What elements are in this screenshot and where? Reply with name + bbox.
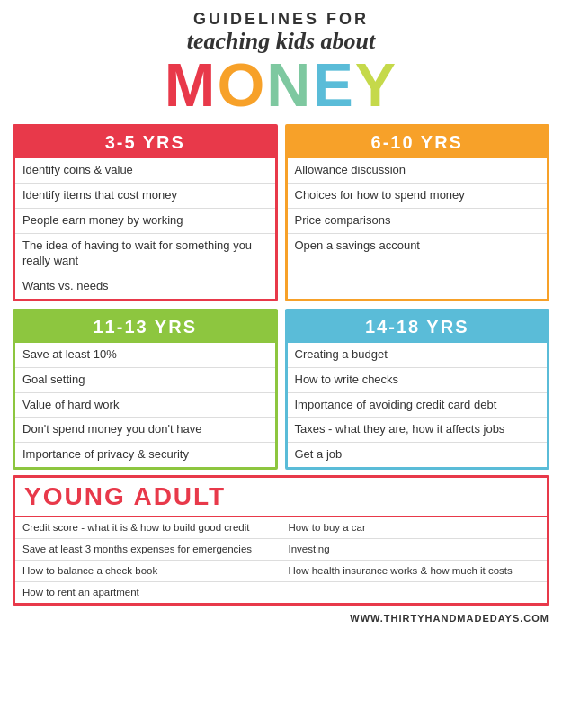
money-y: Y — [355, 50, 397, 119]
young-adult-body: Credit score - what it is & how to build… — [15, 516, 547, 603]
list-item: Save at least 10% — [15, 343, 275, 368]
section-14-18-items: Creating a budget How to write checks Im… — [288, 343, 548, 467]
section-6-10: 6-10 YRS Allowance discussion Choices fo… — [285, 124, 550, 301]
header-line1: GUIDELINES FOR — [13, 11, 549, 29]
list-item: Goal setting — [15, 368, 275, 393]
footer-url: www.thirtyhandmadedays.com — [350, 613, 549, 624]
header-money: MONEY — [13, 54, 549, 115]
list-item: How to buy a car — [281, 517, 548, 539]
list-item: Allowance discussion — [288, 158, 548, 184]
list-item: Taxes - what they are, how it affects jo… — [288, 418, 548, 443]
money-e: E — [312, 50, 354, 119]
section-14-18-header: 14-18 YRS — [288, 311, 548, 343]
list-item: Identify items that cost money — [15, 184, 275, 209]
section-3-5-header: 3-5 YRS — [15, 127, 275, 158]
list-item: How to write checks — [288, 368, 548, 393]
list-item: Don't spend money you don't have — [15, 418, 275, 443]
young-adult-col2: How to buy a car Investing How health in… — [281, 517, 548, 603]
list-item: Investing — [281, 539, 548, 561]
list-item: People earn money by working — [15, 209, 275, 234]
money-n: N — [266, 50, 312, 119]
header: GUIDELINES FOR teaching kids about MONEY — [13, 11, 549, 115]
list-item: Creating a budget — [288, 343, 548, 368]
section-11-13-items: Save at least 10% Goal setting Value of … — [15, 343, 275, 467]
list-item: Price comparisons — [288, 209, 548, 234]
list-item: How to balance a check book — [15, 561, 281, 582]
age-grid: 3-5 YRS Identify coins & value Identify … — [13, 124, 549, 470]
list-item: The idea of having to wait for something… — [15, 234, 275, 274]
section-6-10-items: Allowance discussion Choices for how to … — [288, 158, 548, 258]
list-item: Importance of avoiding credit card debt — [288, 393, 548, 418]
money-m: M — [165, 50, 218, 119]
list-item: Credit score - what it is & how to build… — [15, 517, 281, 539]
page: GUIDELINES FOR teaching kids about MONEY… — [0, 0, 562, 728]
list-item: Save at least 3 months expenses for emer… — [15, 539, 281, 561]
young-adult-header: YOUNG ADULT — [15, 478, 547, 516]
section-6-10-header: 6-10 YRS — [288, 127, 548, 158]
list-item: Importance of privacy & security — [15, 443, 275, 467]
list-item: How to rent an apartment — [15, 582, 281, 603]
list-item: Get a job — [288, 443, 548, 467]
list-item: Identify coins & value — [15, 158, 275, 184]
list-item: How health insurance works & how much it… — [281, 561, 548, 582]
list-item: Open a savings account — [288, 234, 548, 258]
list-item: Wants vs. needs — [15, 274, 275, 299]
section-11-13: 11-13 YRS Save at least 10% Goal setting… — [13, 309, 278, 470]
section-14-18: 14-18 YRS Creating a budget How to write… — [285, 309, 550, 470]
money-o: O — [217, 50, 266, 119]
young-adult-col1: Credit score - what it is & how to build… — [15, 517, 281, 603]
list-item: Value of hard work — [15, 393, 275, 418]
young-adult-section: YOUNG ADULT Credit score - what it is & … — [13, 475, 549, 606]
section-3-5: 3-5 YRS Identify coins & value Identify … — [13, 124, 278, 301]
list-item: Choices for how to spend money — [288, 184, 548, 209]
footer: www.thirtyhandmadedays.com — [13, 611, 549, 624]
section-11-13-header: 11-13 YRS — [15, 311, 275, 343]
young-adult-label: YOUNG ADULT — [24, 482, 226, 510]
section-3-5-items: Identify coins & value Identify items th… — [15, 158, 275, 298]
list-item — [281, 582, 548, 603]
